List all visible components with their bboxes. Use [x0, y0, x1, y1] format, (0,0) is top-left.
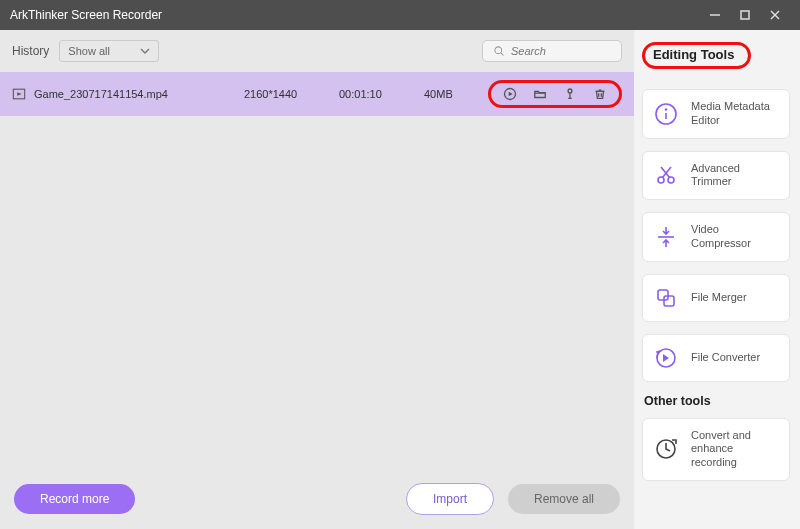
svg-line-21	[663, 167, 672, 178]
tool-label: Video Compressor	[691, 223, 779, 251]
editing-tools-heading: Editing Tools	[642, 42, 751, 69]
tool-label: Media Metadata Editor	[691, 100, 779, 128]
scissors-icon	[653, 162, 679, 188]
tool-label: File Converter	[691, 351, 760, 365]
video-file-icon	[12, 87, 26, 101]
svg-line-22	[661, 167, 670, 178]
trash-icon[interactable]	[593, 87, 607, 101]
chevron-down-icon	[140, 46, 150, 56]
maximize-button[interactable]	[730, 0, 760, 30]
minimize-button[interactable]	[700, 0, 730, 30]
bottom-toolbar: Record more Import Remove all	[14, 483, 620, 515]
tool-convert-enhance-recording[interactable]: Convert and enhance recording	[642, 418, 790, 481]
remove-all-button[interactable]: Remove all	[508, 484, 620, 514]
tool-advanced-trimmer[interactable]: Advanced Trimmer	[642, 151, 790, 201]
info-icon	[653, 101, 679, 127]
window-title: ArkThinker Screen Recorder	[10, 8, 162, 22]
compress-icon	[653, 224, 679, 250]
close-icon	[768, 8, 782, 22]
titlebar: ArkThinker Screen Recorder	[0, 0, 800, 30]
history-filter-value: Show all	[68, 45, 110, 57]
svg-rect-25	[664, 296, 674, 306]
folder-icon[interactable]	[533, 87, 547, 101]
tool-file-converter[interactable]: File Converter	[642, 334, 790, 382]
file-size: 40MB	[424, 88, 494, 100]
record-more-button[interactable]: Record more	[14, 484, 135, 514]
tool-label: File Merger	[691, 291, 747, 305]
import-button[interactable]: Import	[406, 483, 494, 515]
other-tools-heading: Other tools	[644, 394, 790, 408]
svg-point-17	[665, 108, 667, 110]
file-duration: 00:01:10	[339, 88, 424, 100]
file-name: Game_230717141154.mp4	[34, 88, 244, 100]
tool-label: Advanced Trimmer	[691, 162, 779, 190]
tool-media-metadata-editor[interactable]: Media Metadata Editor	[642, 89, 790, 139]
history-toolbar: History Show all	[0, 30, 634, 70]
file-row[interactable]: Game_230717141154.mp4 2160*1440 00:01:10…	[0, 72, 634, 116]
svg-rect-1	[741, 11, 749, 19]
search-field[interactable]	[482, 40, 622, 62]
file-resolution: 2160*1440	[244, 88, 339, 100]
svg-rect-24	[658, 290, 668, 300]
svg-line-5	[501, 53, 504, 56]
svg-point-9	[568, 89, 572, 93]
history-filter-select[interactable]: Show all	[59, 40, 159, 62]
file-row-actions	[488, 80, 622, 108]
side-panel: Editing Tools Media Metadata Editor Adva…	[634, 30, 800, 529]
main-panel: History Show all Game_230717141154.mp4 2…	[0, 30, 634, 529]
svg-point-4	[495, 47, 502, 54]
convert-icon	[653, 345, 679, 371]
search-input[interactable]	[511, 45, 601, 57]
merge-icon	[653, 285, 679, 311]
maximize-icon	[738, 8, 752, 22]
close-button[interactable]	[760, 0, 790, 30]
search-icon	[493, 45, 505, 57]
tool-video-compressor[interactable]: Video Compressor	[642, 212, 790, 262]
tool-label: Convert and enhance recording	[691, 429, 779, 470]
history-label: History	[12, 44, 49, 58]
enhance-icon	[653, 436, 679, 462]
wrench-icon[interactable]	[563, 87, 577, 101]
minimize-icon	[708, 8, 722, 22]
play-icon[interactable]	[503, 87, 517, 101]
tool-file-merger[interactable]: File Merger	[642, 274, 790, 322]
